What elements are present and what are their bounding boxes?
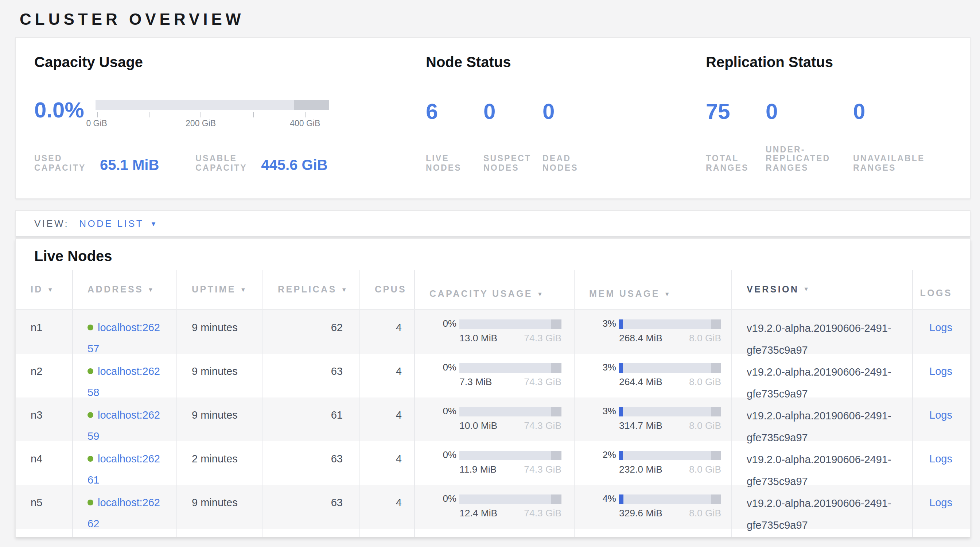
node-mem-usage-cell: 2% 232.0 MiB 8.0 GiB	[574, 441, 731, 485]
table-row: n1 localhost:26257 9 minutes 62 4 0% 13.…	[16, 310, 970, 354]
mem-percent: 3%	[589, 406, 619, 417]
logs-link[interactable]: Logs	[929, 453, 952, 464]
node-cpus: 4	[360, 354, 414, 398]
axis-tick	[97, 112, 97, 118]
node-mem-usage-cell: 3% 314.7 MiB 8.0 GiB	[574, 398, 731, 441]
mem-used-value: 264.4 MiB	[619, 376, 662, 387]
column-header-capacity-usage[interactable]: CAPACITY USAGE ▼	[414, 270, 574, 309]
mem-bar-end-segment	[711, 363, 721, 373]
column-header-id[interactable]: ID ▼	[16, 270, 72, 309]
sort-arrow-icon: ▼	[341, 286, 348, 293]
view-selector-bar: VIEW: NODE LIST ▼	[15, 210, 970, 237]
page-title: CLUSTER OVERVIEW	[0, 0, 980, 29]
mem-percent: 3%	[589, 319, 619, 329]
node-uptime: 9 minutes	[177, 485, 262, 529]
node-live-icon	[88, 368, 93, 374]
mem-usage-bar	[619, 495, 721, 504]
capacity-total-value: 74.3 GiB	[524, 464, 562, 475]
column-header-uptime[interactable]: UPTIME ▼	[177, 270, 262, 309]
node-status-section: Node Status 6 0 0 LIVE NODES SUSPECT NOD…	[426, 54, 706, 172]
sort-arrow-icon: ▼	[240, 286, 248, 293]
capacity-bar-end-segment	[551, 495, 562, 504]
logs-link[interactable]: Logs	[929, 409, 952, 421]
live-nodes-label: LIVE NODES	[426, 154, 484, 172]
usable-capacity-value: 445.6 GiB	[261, 157, 328, 172]
node-mem-usage-cell: 4% 329.6 MiB 8.0 GiB	[574, 485, 731, 529]
usable-capacity-stat: USABLE CAPACITY 445.6 GiB	[196, 154, 328, 172]
mem-usage-fill	[619, 320, 623, 329]
mem-total-value: 8.0 GiB	[689, 376, 721, 387]
mem-total-value: 8.0 GiB	[689, 420, 721, 431]
capacity-usage-section: Capacity Usage 0.0% 0 GiB 200 GiB	[34, 54, 426, 172]
table-header-row: ID ▼ ADDRESS ▼ UPTIME ▼ REPLICAS ▼ CPUS	[16, 270, 970, 310]
table-body: n1 localhost:26257 9 minutes 62 4 0% 13.…	[16, 310, 970, 529]
used-capacity-value: 65.1 MiB	[100, 157, 159, 172]
node-id: n2	[16, 354, 72, 398]
total-ranges-count: 75	[706, 100, 765, 123]
view-label: VIEW:	[34, 218, 69, 229]
column-header-cpus: CPUS	[360, 270, 414, 309]
node-live-icon	[88, 324, 93, 331]
mem-percent: 3%	[589, 363, 619, 373]
column-header-logs: LOGS	[912, 270, 970, 309]
node-mem-usage-cell: 3% 264.4 MiB 8.0 GiB	[574, 354, 731, 398]
node-status-title: Node Status	[426, 54, 706, 71]
live-nodes-panel: Live Nodes ID ▼ ADDRESS ▼ UPTIME ▼ REPLI…	[15, 239, 970, 537]
mem-percent: 2%	[589, 450, 619, 460]
dead-nodes-count: 0	[542, 100, 612, 123]
cluster-overview-page: CLUSTER OVERVIEW Capacity Usage 0.0%	[0, 0, 980, 547]
node-logs-cell: Logs	[912, 310, 970, 354]
node-capacity-usage-cell: 0% 10.0 MiB 74.3 GiB	[414, 398, 574, 441]
column-header-address[interactable]: ADDRESS ▼	[72, 270, 177, 309]
used-capacity-label: USED CAPACITY	[34, 154, 95, 172]
cluster-summary-panel: Capacity Usage 0.0% 0 GiB 200 GiB	[15, 37, 970, 199]
node-address-cell: localhost:26262	[72, 485, 177, 529]
column-header-mem-usage[interactable]: MEM USAGE ▼	[574, 270, 731, 309]
node-replicas: 61	[262, 398, 360, 441]
axis-tick	[253, 112, 253, 118]
mem-usage-fill	[619, 495, 623, 504]
node-id: n5	[16, 485, 72, 529]
mem-bar-end-segment	[711, 320, 721, 329]
logs-link[interactable]: Logs	[929, 322, 952, 333]
capacity-total-value: 74.3 GiB	[524, 376, 562, 387]
column-header-replicas[interactable]: REPLICAS ▼	[262, 270, 360, 309]
node-uptime: 9 minutes	[177, 310, 262, 354]
capacity-percent: 0%	[430, 363, 460, 373]
mem-used-value: 314.7 MiB	[619, 420, 662, 431]
table-row: n5 localhost:26262 9 minutes 63 4 0% 12.…	[16, 485, 970, 529]
column-header-version[interactable]: VERSION ▼	[731, 270, 912, 309]
capacity-usage-bar	[460, 407, 562, 417]
logs-link[interactable]: Logs	[929, 497, 952, 508]
capacity-bar-chart: 0 GiB 200 GiB 400 GiB	[95, 99, 329, 128]
mem-used-value: 329.6 MiB	[619, 507, 662, 518]
axis-tick	[201, 112, 202, 118]
capacity-percent: 0%	[430, 406, 460, 417]
mem-usage-fill	[619, 363, 623, 373]
mem-used-value: 232.0 MiB	[619, 464, 662, 475]
capacity-bar	[95, 100, 329, 110]
mem-total-value: 8.0 GiB	[689, 464, 721, 475]
node-version: v19.2.0-alpha.20190606-2491-gfe735c9a97	[731, 485, 912, 529]
capacity-used-value: 11.9 MiB	[460, 464, 496, 475]
capacity-total-value: 74.3 GiB	[524, 420, 562, 431]
node-version: v19.2.0-alpha.20190606-2491-gfe735c9a97	[731, 310, 912, 354]
node-live-icon	[88, 456, 93, 462]
chevron-down-icon: ▼	[150, 220, 158, 227]
sort-arrow-icon: ▼	[537, 291, 544, 297]
node-replicas: 62	[262, 310, 360, 354]
node-version: v19.2.0-alpha.20190606-2491-gfe735c9a97	[731, 441, 912, 485]
live-nodes-count: 6	[426, 100, 484, 123]
view-dropdown[interactable]: NODE LIST ▼	[79, 218, 158, 229]
table-row: n4 localhost:26261 2 minutes 63 4 0% 11.…	[16, 441, 970, 485]
node-address-cell: localhost:26257	[72, 310, 177, 354]
node-capacity-usage-cell: 0% 13.0 MiB 74.3 GiB	[414, 310, 574, 354]
sort-arrow-icon: ▼	[803, 278, 810, 301]
sort-arrow-icon: ▼	[664, 291, 671, 297]
capacity-used-percent: 0.0%	[34, 99, 85, 122]
node-capacity-usage-cell: 0% 11.9 MiB 74.3 GiB	[414, 441, 574, 485]
logs-link[interactable]: Logs	[929, 366, 952, 377]
node-id: n3	[16, 398, 72, 441]
mem-percent: 4%	[589, 494, 619, 504]
capacity-usage-bar	[460, 451, 562, 460]
